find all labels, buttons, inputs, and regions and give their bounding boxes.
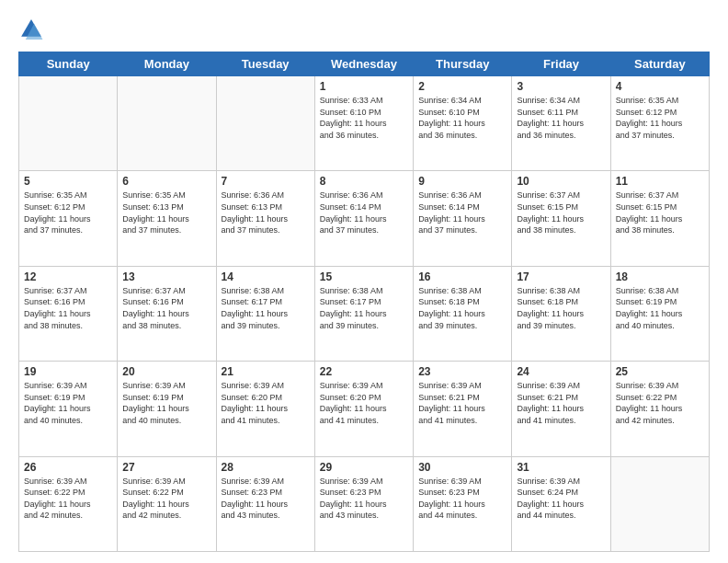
day-cell-11: 11Sunrise: 6:37 AM Sunset: 6:15 PM Dayli… xyxy=(610,171,709,266)
day-info: Sunrise: 6:39 AM Sunset: 6:24 PM Dayligh… xyxy=(517,476,605,522)
day-number: 2 xyxy=(418,80,506,93)
day-cell-23: 23Sunrise: 6:39 AM Sunset: 6:21 PM Dayli… xyxy=(414,362,512,456)
day-cell-24: 24Sunrise: 6:39 AM Sunset: 6:21 PM Dayli… xyxy=(512,362,610,456)
day-cell-31: 31Sunrise: 6:39 AM Sunset: 6:24 PM Dayli… xyxy=(512,456,610,551)
calendar-table: SundayMondayTuesdayWednesdayThursdayFrid… xyxy=(18,52,710,552)
day-info: Sunrise: 6:39 AM Sunset: 6:23 PM Dayligh… xyxy=(222,476,310,522)
week-row-5: 26Sunrise: 6:39 AM Sunset: 6:22 PM Dayli… xyxy=(19,456,710,551)
day-cell-16: 16Sunrise: 6:38 AM Sunset: 6:18 PM Dayli… xyxy=(414,266,512,361)
day-number: 6 xyxy=(122,175,210,188)
day-info: Sunrise: 6:39 AM Sunset: 6:19 PM Dayligh… xyxy=(122,380,210,426)
day-number: 17 xyxy=(517,270,605,283)
day-info: Sunrise: 6:39 AM Sunset: 6:20 PM Dayligh… xyxy=(222,380,310,426)
day-number: 19 xyxy=(24,365,112,378)
day-info: Sunrise: 6:39 AM Sunset: 6:23 PM Dayligh… xyxy=(418,476,506,522)
day-cell-13: 13Sunrise: 6:37 AM Sunset: 6:16 PM Dayli… xyxy=(118,266,216,361)
week-row-4: 19Sunrise: 6:39 AM Sunset: 6:19 PM Dayli… xyxy=(19,362,710,456)
header xyxy=(18,17,710,42)
day-cell-21: 21Sunrise: 6:39 AM Sunset: 6:20 PM Dayli… xyxy=(216,362,314,456)
day-info: Sunrise: 6:34 AM Sunset: 6:10 PM Dayligh… xyxy=(418,95,506,141)
day-cell-6: 6Sunrise: 6:35 AM Sunset: 6:13 PM Daylig… xyxy=(118,171,216,266)
day-number: 20 xyxy=(122,365,210,378)
day-number: 7 xyxy=(222,175,310,188)
weekday-thursday: Thursday xyxy=(414,52,512,76)
day-info: Sunrise: 6:39 AM Sunset: 6:22 PM Dayligh… xyxy=(122,476,210,522)
day-number: 12 xyxy=(24,270,112,283)
weekday-monday: Monday xyxy=(118,52,216,76)
day-info: Sunrise: 6:38 AM Sunset: 6:19 PM Dayligh… xyxy=(616,285,704,331)
day-number: 11 xyxy=(616,175,704,188)
day-cell-2: 2Sunrise: 6:34 AM Sunset: 6:10 PM Daylig… xyxy=(414,76,512,171)
day-cell-22: 22Sunrise: 6:39 AM Sunset: 6:20 PM Dayli… xyxy=(314,362,413,456)
day-info: Sunrise: 6:38 AM Sunset: 6:17 PM Dayligh… xyxy=(320,285,408,331)
weekday-friday: Friday xyxy=(512,52,610,76)
logo-icon xyxy=(18,17,44,42)
day-info: Sunrise: 6:35 AM Sunset: 6:13 PM Dayligh… xyxy=(122,190,210,236)
day-cell-1: 1Sunrise: 6:33 AM Sunset: 6:10 PM Daylig… xyxy=(314,76,413,171)
week-row-3: 12Sunrise: 6:37 AM Sunset: 6:16 PM Dayli… xyxy=(19,266,710,361)
day-cell-4: 4Sunrise: 6:35 AM Sunset: 6:12 PM Daylig… xyxy=(610,76,709,171)
day-cell-25: 25Sunrise: 6:39 AM Sunset: 6:22 PM Dayli… xyxy=(610,362,709,456)
day-number: 9 xyxy=(418,175,506,188)
day-number: 10 xyxy=(517,175,605,188)
day-number: 26 xyxy=(24,461,112,474)
day-number: 18 xyxy=(616,270,704,283)
day-cell-15: 15Sunrise: 6:38 AM Sunset: 6:17 PM Dayli… xyxy=(314,266,413,361)
day-number: 8 xyxy=(320,175,408,188)
day-cell-5: 5Sunrise: 6:35 AM Sunset: 6:12 PM Daylig… xyxy=(19,171,118,266)
day-number: 28 xyxy=(222,461,310,474)
day-info: Sunrise: 6:37 AM Sunset: 6:16 PM Dayligh… xyxy=(122,285,210,331)
page: SundayMondayTuesdayWednesdayThursdayFrid… xyxy=(0,0,728,563)
day-cell-18: 18Sunrise: 6:38 AM Sunset: 6:19 PM Dayli… xyxy=(610,266,709,361)
day-number: 13 xyxy=(122,270,210,283)
day-info: Sunrise: 6:36 AM Sunset: 6:14 PM Dayligh… xyxy=(418,190,506,236)
day-number: 5 xyxy=(24,175,112,188)
day-number: 24 xyxy=(517,365,605,378)
day-cell-12: 12Sunrise: 6:37 AM Sunset: 6:16 PM Dayli… xyxy=(19,266,118,361)
day-number: 16 xyxy=(418,270,506,283)
day-info: Sunrise: 6:38 AM Sunset: 6:18 PM Dayligh… xyxy=(418,285,506,331)
day-cell-8: 8Sunrise: 6:36 AM Sunset: 6:14 PM Daylig… xyxy=(314,171,413,266)
day-cell-30: 30Sunrise: 6:39 AM Sunset: 6:23 PM Dayli… xyxy=(414,456,512,551)
day-cell-3: 3Sunrise: 6:34 AM Sunset: 6:11 PM Daylig… xyxy=(512,76,610,171)
day-number: 4 xyxy=(616,80,704,93)
weekday-sunday: Sunday xyxy=(19,52,118,76)
day-cell-29: 29Sunrise: 6:39 AM Sunset: 6:23 PM Dayli… xyxy=(314,456,413,551)
day-number: 22 xyxy=(320,365,408,378)
logo xyxy=(18,17,46,42)
day-cell-10: 10Sunrise: 6:37 AM Sunset: 6:15 PM Dayli… xyxy=(512,171,610,266)
empty-cell xyxy=(118,76,216,171)
day-info: Sunrise: 6:38 AM Sunset: 6:18 PM Dayligh… xyxy=(517,285,605,331)
empty-cell xyxy=(19,76,118,171)
day-info: Sunrise: 6:39 AM Sunset: 6:20 PM Dayligh… xyxy=(320,380,408,426)
weekday-header-row: SundayMondayTuesdayWednesdayThursdayFrid… xyxy=(19,52,710,76)
day-info: Sunrise: 6:35 AM Sunset: 6:12 PM Dayligh… xyxy=(616,95,704,141)
day-number: 29 xyxy=(320,461,408,474)
day-info: Sunrise: 6:38 AM Sunset: 6:17 PM Dayligh… xyxy=(222,285,310,331)
weekday-tuesday: Tuesday xyxy=(216,52,314,76)
day-info: Sunrise: 6:37 AM Sunset: 6:15 PM Dayligh… xyxy=(616,190,704,236)
day-number: 1 xyxy=(320,80,408,93)
day-cell-27: 27Sunrise: 6:39 AM Sunset: 6:22 PM Dayli… xyxy=(118,456,216,551)
day-number: 27 xyxy=(122,461,210,474)
day-info: Sunrise: 6:34 AM Sunset: 6:11 PM Dayligh… xyxy=(517,95,605,141)
day-info: Sunrise: 6:39 AM Sunset: 6:23 PM Dayligh… xyxy=(320,476,408,522)
day-info: Sunrise: 6:36 AM Sunset: 6:13 PM Dayligh… xyxy=(222,190,310,236)
day-info: Sunrise: 6:39 AM Sunset: 6:21 PM Dayligh… xyxy=(418,380,506,426)
day-number: 3 xyxy=(517,80,605,93)
day-info: Sunrise: 6:35 AM Sunset: 6:12 PM Dayligh… xyxy=(24,190,112,236)
empty-cell xyxy=(610,456,709,551)
day-cell-19: 19Sunrise: 6:39 AM Sunset: 6:19 PM Dayli… xyxy=(19,362,118,456)
day-info: Sunrise: 6:36 AM Sunset: 6:14 PM Dayligh… xyxy=(320,190,408,236)
day-info: Sunrise: 6:37 AM Sunset: 6:15 PM Dayligh… xyxy=(517,190,605,236)
day-cell-28: 28Sunrise: 6:39 AM Sunset: 6:23 PM Dayli… xyxy=(216,456,314,551)
day-info: Sunrise: 6:33 AM Sunset: 6:10 PM Dayligh… xyxy=(320,95,408,141)
day-number: 14 xyxy=(222,270,310,283)
weekday-wednesday: Wednesday xyxy=(314,52,413,76)
week-row-2: 5Sunrise: 6:35 AM Sunset: 6:12 PM Daylig… xyxy=(19,171,710,266)
day-cell-20: 20Sunrise: 6:39 AM Sunset: 6:19 PM Dayli… xyxy=(118,362,216,456)
day-info: Sunrise: 6:39 AM Sunset: 6:22 PM Dayligh… xyxy=(24,476,112,522)
day-number: 15 xyxy=(320,270,408,283)
day-info: Sunrise: 6:39 AM Sunset: 6:21 PM Dayligh… xyxy=(517,380,605,426)
empty-cell xyxy=(216,76,314,171)
